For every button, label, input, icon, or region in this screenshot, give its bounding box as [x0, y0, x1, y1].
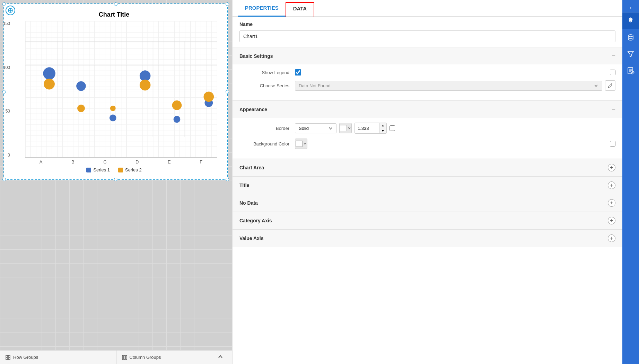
database-icon [627, 34, 634, 41]
chart-widget[interactable]: Chart Title 150 100 50 0 [3, 3, 228, 180]
appearance-header[interactable]: Appearance − [233, 101, 622, 118]
resize-handle-bc[interactable] [114, 178, 117, 181]
no-data-expand-icon[interactable]: + [608, 199, 615, 207]
name-input[interactable] [239, 30, 615, 42]
scatter-plot [25, 21, 217, 157]
resize-handle-bl[interactable] [2, 178, 6, 181]
basic-settings-header[interactable]: Basic Settings − [233, 47, 622, 64]
s2-point-c [110, 106, 116, 111]
title-header[interactable]: Title + [233, 177, 622, 194]
s1-point-a [43, 67, 55, 80]
resize-handle-tc[interactable] [114, 2, 117, 6]
background-color-checkbox[interactable] [610, 141, 615, 147]
column-groups-icon [122, 355, 127, 360]
resize-handle-mr[interactable] [226, 90, 229, 94]
choose-series-dropdown[interactable]: Data Not Found [295, 81, 602, 91]
value-axis-header[interactable]: Value Axis + [233, 230, 622, 247]
show-legend-row: Show Legend [239, 69, 615, 76]
sidebar-collapse-arrow[interactable]: › [622, 3, 639, 12]
svg-rect-12 [6, 355, 8, 357]
y-label-150: 150 [0, 21, 10, 26]
border-style-value: Solid [299, 126, 309, 131]
color-picker-chevron-icon [348, 126, 351, 130]
chart-area-header[interactable]: Chart Area + [233, 159, 622, 176]
resize-handle-br[interactable] [226, 178, 229, 181]
no-data-section: No Data + [233, 194, 622, 212]
appearance-body: Border Solid ▲ [233, 118, 622, 159]
border-width-down[interactable]: ▼ [379, 128, 386, 133]
s2-point-b [77, 105, 85, 112]
chart-legend: Series 1 Series 2 [86, 167, 141, 172]
sidebar-database-button[interactable] [622, 29, 639, 46]
border-row: Border Solid ▲ [239, 123, 615, 134]
filter-icon [627, 50, 634, 58]
border-width-input[interactable] [355, 123, 379, 133]
y-label-50: 50 [0, 109, 10, 114]
no-data-header[interactable]: No Data + [233, 194, 622, 212]
no-data-title: No Data [239, 200, 258, 206]
tab-data[interactable]: DATA [286, 2, 314, 17]
name-section: Name [233, 17, 622, 47]
border-width-up[interactable]: ▲ [379, 123, 386, 128]
title-expand-icon[interactable]: + [608, 181, 615, 189]
value-axis-expand-icon[interactable]: + [608, 234, 615, 242]
x-label-c: C [103, 159, 106, 165]
x-label-f: F [200, 159, 202, 165]
border-color-swatch [340, 125, 347, 131]
svg-rect-18 [126, 355, 127, 359]
border-style-dropdown[interactable]: Solid [295, 123, 336, 133]
show-legend-checkbox[interactable] [295, 69, 301, 76]
x-label-b: B [71, 159, 75, 165]
background-color-picker[interactable] [295, 139, 307, 149]
chart-plot-area [25, 21, 217, 158]
border-extra-checkbox[interactable] [389, 125, 395, 131]
y-label-0: 0 [0, 153, 10, 158]
row-groups-section: Row Groups [0, 350, 116, 364]
category-axis-header[interactable]: Category Axis + [233, 212, 622, 229]
chart-area-title: Chart Area [239, 165, 264, 170]
move-handle[interactable] [6, 6, 15, 15]
background-color-control [295, 139, 615, 149]
show-legend-extra-checkbox[interactable] [610, 70, 615, 75]
row-groups-label: Row Groups [13, 355, 38, 360]
chevron-up-icon[interactable] [218, 354, 223, 361]
svg-point-21 [628, 35, 633, 37]
title-section: Title + [233, 177, 622, 194]
sidebar-settings-button[interactable] [622, 12, 639, 29]
chart-area-expand-icon[interactable]: + [608, 164, 615, 171]
border-width-input-group: ▲ ▼ [354, 123, 387, 134]
s1-point-e [174, 116, 181, 123]
chart-area-section: Chart Area + [233, 159, 622, 177]
value-axis-section: Value Axis + [233, 230, 622, 247]
legend-series2-label: Series 2 [125, 167, 142, 172]
x-axis-labels: A B C D E F [11, 158, 217, 165]
svg-rect-14 [6, 358, 8, 359]
choose-series-value: Data Not Found [299, 83, 331, 88]
tab-properties[interactable]: PROPERTIES [238, 0, 286, 17]
y-label-100: 100 [0, 65, 10, 70]
x-label-a: A [40, 159, 43, 165]
choose-series-label: Choose Series [239, 83, 295, 88]
sidebar-report-button[interactable] [622, 62, 639, 79]
svg-rect-17 [124, 355, 125, 359]
legend-series2: Series 2 [118, 167, 142, 172]
s1-point-b [76, 81, 86, 91]
x-label-e: E [168, 159, 171, 165]
border-color-picker[interactable] [339, 123, 352, 133]
border-width-spinners: ▲ ▼ [379, 123, 386, 133]
canvas-area: Chart Title 150 100 50 0 [0, 0, 232, 364]
basic-settings-collapse-icon[interactable]: − [612, 52, 615, 60]
sidebar-filter-button[interactable] [622, 46, 639, 62]
s2-point-f [203, 91, 214, 102]
category-axis-expand-icon[interactable]: + [608, 217, 615, 224]
basic-settings-title: Basic Settings [239, 53, 273, 59]
column-groups-label: Column Groups [130, 355, 161, 360]
edit-series-button[interactable] [605, 80, 615, 91]
resize-handle-tl[interactable] [2, 2, 6, 6]
border-label: Border [239, 126, 295, 131]
chart-title: Chart Title [99, 11, 130, 18]
s1-point-c [110, 115, 116, 122]
appearance-collapse-icon[interactable]: − [612, 106, 615, 113]
resize-handle-tr[interactable] [226, 2, 229, 6]
x-label-d: D [135, 159, 139, 165]
